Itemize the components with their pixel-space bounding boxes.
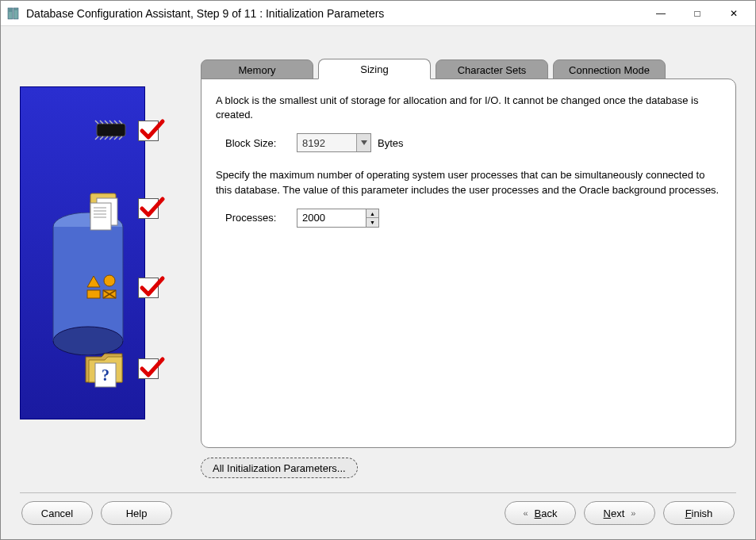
chip-icon [92,119,130,144]
parameters-pane: Memory Sizing Character Sets Connection … [201,58,736,478]
shapes-icon [86,273,125,304]
dbca-window: Database Configuration Assistant, Step 9… [0,0,756,540]
processes-spinner: ▲ ▼ [297,209,379,228]
question-folder-icon: ? [81,344,129,394]
svg-line-17 [105,136,108,140]
back-label-rest: ack [541,507,557,519]
minimize-button[interactable]: — [643,1,679,25]
sizing-panel: A block is the smallest unit of storage … [201,79,736,448]
work-area: ? Memory Sizing Character Sets Connectio… [1,26,755,539]
block-size-description: A block is the smallest unit of storage … [216,94,721,122]
banner-step-unknown: ? [21,341,144,396]
block-size-select[interactable]: 8192 [297,133,371,152]
svg-line-12 [109,121,113,124]
banner-step-options [21,260,144,316]
tab-bar: Memory Sizing Character Sets Connection … [201,58,736,79]
maximize-button[interactable]: □ [679,1,716,25]
block-size-value: 8192 [302,137,325,149]
finish-button[interactable]: Finish [663,501,735,525]
processes-description: Specify the maximum number of operating … [216,168,721,197]
wizard-banner: ? [20,86,145,419]
footer: Cancel Help « Back Next » Finish [20,501,736,530]
footer-separator [20,492,736,493]
finish-label-rest: inish [692,507,713,519]
processes-input[interactable] [297,209,366,228]
chevron-right-icon: » [631,508,635,518]
checkmark-icon [138,358,159,379]
tab-connection-mode[interactable]: Connection Mode [553,59,666,80]
svg-marker-35 [361,140,367,145]
help-button[interactable]: Help [101,501,172,525]
svg-line-11 [105,121,108,124]
cancel-button[interactable]: Cancel [21,501,93,525]
svg-marker-27 [87,276,100,287]
svg-line-15 [95,136,98,140]
chevron-left-icon: « [523,508,528,518]
checkmark-icon [138,278,159,298]
close-button[interactable]: ✕ [716,1,752,25]
block-size-label: Block Size: [225,137,290,149]
tab-character-sets[interactable]: Character Sets [436,59,548,80]
svg-line-18 [109,136,113,140]
tab-memory[interactable]: Memory [201,59,313,80]
below-panel: All Initialization Parameters... [201,458,736,478]
banner-step-hardware [21,103,144,159]
tab-sizing[interactable]: Sizing [318,59,431,79]
svg-line-9 [95,121,98,124]
svg-line-13 [114,121,117,124]
processes-label: Processes: [225,212,290,224]
svg-line-14 [119,121,122,124]
processes-row: Processes: ▲ ▼ [225,209,721,228]
titlebar: Database Configuration Assistant, Step 9… [1,1,755,26]
svg-rect-8 [97,124,125,136]
spinner-up-button[interactable]: ▲ [366,209,378,219]
all-parameters-button[interactable]: All Initialization Parameters... [201,458,358,478]
svg-point-28 [104,275,115,286]
svg-line-20 [119,136,122,140]
svg-line-16 [100,136,103,140]
app-icon [7,7,20,20]
dropdown-arrow-icon [356,134,370,151]
spinner-down-button[interactable]: ▼ [366,218,378,227]
window-controls: — □ ✕ [643,1,752,25]
block-size-unit: Bytes [378,137,404,149]
svg-line-10 [100,121,103,124]
next-label-rest: ext [611,507,624,519]
next-button[interactable]: Next » [584,501,655,525]
spinner-buttons: ▲ ▼ [366,209,379,228]
svg-rect-29 [87,290,100,298]
svg-text:?: ? [102,366,109,384]
checkmark-icon [138,198,159,219]
svg-rect-22 [90,203,111,230]
banner-step-files [21,181,144,236]
block-size-row: Block Size: 8192 Bytes [225,133,721,152]
back-button[interactable]: « Back [505,501,576,525]
documents-icon [81,184,129,234]
window-title: Database Configuration Assistant, Step 9… [26,7,643,20]
checkmark-icon [138,121,159,141]
svg-line-19 [114,136,117,140]
content-row: ? Memory Sizing Character Sets Connectio… [20,58,736,478]
